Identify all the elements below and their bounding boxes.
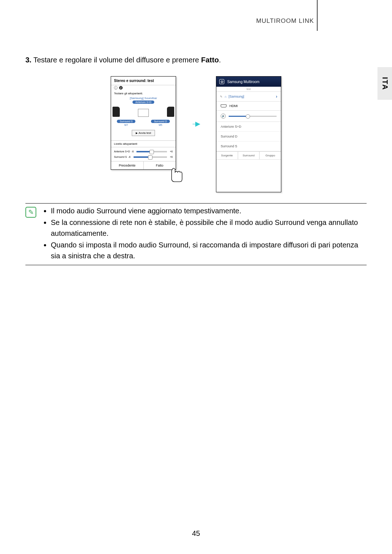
chevron-right-icon[interactable]: › [276, 94, 277, 99]
language-tab: ITA [377, 67, 392, 100]
tab-surround[interactable]: Surround [238, 152, 260, 159]
step-text-a: Testare e regolare il volume del diffuso… [33, 56, 201, 64]
volume-slider[interactable] [229, 116, 277, 117]
speaker-left-icon [113, 107, 120, 117]
p1-subtitle: Testare gli altoparlanti. [111, 90, 176, 95]
arrow-icon: ···▶ [191, 76, 201, 128]
p1-step-icons: 12 [111, 85, 176, 90]
language-code: ITA [380, 77, 389, 90]
step-text-b: . [219, 56, 221, 64]
settings-icon[interactable]: ⚙ [219, 79, 224, 84]
header-divider [317, 0, 318, 31]
note-box: ✎ Il modo audio Surround viene aggiornat… [25, 203, 367, 265]
p2-volume-row[interactable]: 🔊 [216, 111, 281, 122]
p1-slider-2[interactable]: Surround S -6 +6 [114, 154, 173, 160]
p1-m7: M7 [116, 124, 136, 126]
tv-icon [138, 109, 149, 117]
p1-slider2-label: Surround S [114, 156, 127, 158]
note-list: Il modo audio Surround viene aggiornato … [44, 205, 367, 262]
p1-slider2-min: -6 [128, 156, 130, 158]
p1-slider-1[interactable]: Anteriore S+D -6 +6 [114, 149, 173, 154]
step-bold: Fatto [201, 56, 219, 64]
tab-gruppo[interactable]: Gruppo [260, 152, 281, 159]
p2-list-2[interactable]: Surround S [216, 141, 281, 151]
p2-title: Samsung Multiroom [227, 80, 260, 84]
hdmi-icon [221, 104, 226, 107]
avvia-test-button[interactable]: Avvia test [132, 130, 155, 136]
p1-pill-front[interactable]: Anteriore S+D [132, 100, 154, 104]
p2-list-0[interactable]: Anteriore S+D [216, 122, 281, 132]
p1-pill-surround-d[interactable]: Surround D [151, 120, 170, 123]
screenshot-row: Stereo e surround: test 12 Testare gli a… [25, 76, 367, 192]
p2-list-1[interactable]: Surround D [216, 132, 281, 141]
p2-blank-area [216, 159, 281, 192]
p2-group-label: [Samsung] [229, 95, 244, 98]
note-2: Se la connessione di rete non è stabile,… [51, 217, 367, 239]
note-3: Quando si imposta il modo audio Surround… [51, 239, 367, 261]
step-number: 3. [25, 56, 32, 64]
volume-icon: 🔊 [221, 114, 226, 119]
speaker-right-icon [167, 107, 174, 117]
p1-slider1-max: +6 [170, 150, 173, 153]
precedente-button[interactable]: Precedente [111, 161, 144, 169]
phone-screen-2: ⚙ Samsung Multiroom test ✎ ⌂ [Samsung] ›… [216, 76, 281, 192]
p2-hdmi-label: HDMI [229, 104, 238, 108]
p1-slider2-max: +6 [170, 156, 173, 158]
section-header: MULTIROOM LINK [256, 17, 314, 25]
p2-sub: test [216, 87, 281, 92]
p1-soundbar-link[interactable]: [Samsung] Soundbar [113, 97, 174, 100]
step-3: 3. Testare e regolare il volume del diff… [25, 54, 367, 65]
p1-slider1-min: -6 [131, 150, 134, 153]
p1-slider1-label: Anteriore S+D [114, 150, 130, 153]
p1-level-label: Livello altoparlanti [111, 140, 176, 147]
p1-m5: M5 [150, 124, 171, 126]
phone-screen-1: Stereo e surround: test 12 Testare gli a… [111, 76, 176, 170]
p1-pill-surround-s[interactable]: Surround S [117, 120, 135, 123]
note-icon: ✎ [25, 207, 36, 218]
p2-hdmi-row[interactable]: HDMI [216, 102, 281, 111]
hand-pointer-icon [167, 163, 187, 183]
soundbar-mini-icon: ⌂ [225, 95, 226, 98]
p2-group-row[interactable]: ✎ ⌂ [Samsung] › [216, 92, 281, 102]
tab-sorgente[interactable]: Sorgente [216, 152, 238, 159]
edit-icon[interactable]: ✎ [220, 95, 222, 98]
note-1: Il modo audio Surround viene aggiornato … [51, 205, 367, 216]
p1-title: Stereo e surround: test [111, 77, 176, 85]
page-number: 45 [0, 529, 392, 538]
